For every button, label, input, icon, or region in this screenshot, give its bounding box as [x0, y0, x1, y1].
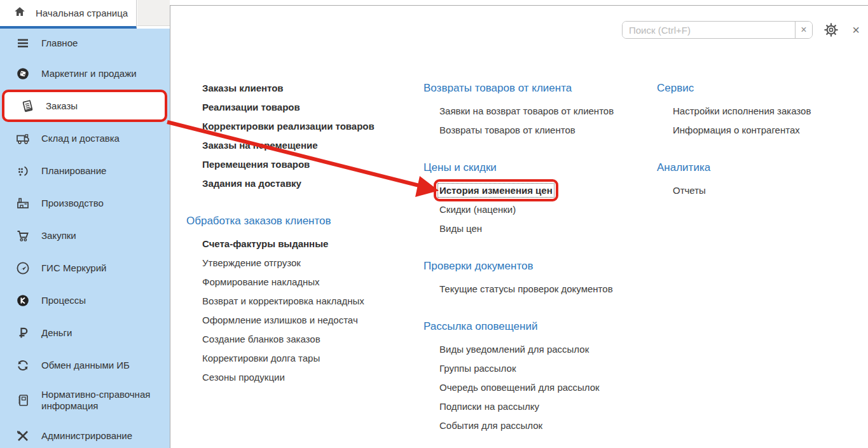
search-box: ×: [622, 21, 813, 39]
menu-item[interactable]: Возвраты товаров от клиентов: [424, 121, 646, 140]
menu-section: Проверки документовТекущие статусы прове…: [424, 257, 646, 299]
menu-item[interactable]: Возврат и корректировка накладных: [186, 292, 409, 311]
sync-icon: [15, 358, 31, 373]
sidebar-item-label: Процессы: [41, 295, 91, 306]
home-icon: [13, 5, 27, 22]
menu-item[interactable]: Информация о контрагентах: [657, 121, 860, 140]
menu-item[interactable]: Корректировки реализации товаров: [186, 117, 409, 136]
menu-icon: [15, 36, 31, 51]
menu-section: Рассылка оповещенийВиды уведомлений для …: [424, 317, 646, 435]
tools-icon: [15, 428, 31, 444]
sidebar-item-glavnoe[interactable]: Главное: [0, 29, 170, 57]
sidebar-item-label: Главное: [41, 37, 83, 49]
marketing-icon: [15, 66, 31, 81]
sidebar-item-zakazy[interactable]: Заказы: [2, 90, 167, 122]
sidebar-item-label: Маркетинг и продажи: [41, 68, 142, 79]
menu-column-2: Возвраты товаров от клиентаЗаявки на воз…: [424, 79, 646, 435]
menu-section: Обработка заказов клиентовСчета-фактуры …: [186, 212, 409, 387]
menu-section: АналитикаОтчеты: [657, 158, 860, 200]
search-clear-icon[interactable]: ×: [795, 22, 812, 38]
menu-item[interactable]: Заказы на перемещение: [186, 136, 409, 155]
sidebar-item-label: Закупки: [41, 230, 81, 241]
menu-section: Возвраты товаров от клиентаЗаявки на воз…: [424, 79, 646, 140]
menu-item[interactable]: Создание бланков заказов: [186, 330, 409, 349]
section-title[interactable]: Возвраты товаров от клиента: [424, 79, 646, 98]
menu-item[interactable]: Перемещения товаров: [186, 155, 409, 174]
close-icon[interactable]: ×: [848, 22, 864, 37]
menu-column-1: Заказы клиентовРеализации товаровКоррект…: [186, 79, 409, 387]
book-icon: [15, 393, 31, 408]
menu-item[interactable]: Подписки на рассылку: [424, 397, 646, 416]
section-title[interactable]: Аналитика: [657, 158, 860, 177]
orders-icon: [20, 98, 35, 114]
section-title[interactable]: Проверки документов: [424, 257, 646, 276]
sidebar-item-planirovanie[interactable]: Планирование: [0, 154, 170, 187]
sidebar-item-sklad[interactable]: Склад и доставка: [0, 122, 170, 154]
menu-item[interactable]: Корректировки долга тары: [186, 349, 409, 368]
menu-item[interactable]: Виды цен: [424, 219, 646, 238]
cart-icon: [15, 228, 31, 243]
sidebar-item-label: Склад и доставка: [41, 133, 125, 144]
sidebar-item-zakupki[interactable]: Закупки: [0, 219, 170, 252]
search-input[interactable]: [623, 22, 795, 38]
menu-column-3: СервисНастройки исполнения заказовИнформ…: [657, 79, 860, 200]
gear-icon[interactable]: [823, 22, 839, 38]
sidebar-item-obmen[interactable]: Обмен данными ИБ: [0, 349, 170, 381]
menu-section: Цены и скидкиИстория изменения ценСкидки…: [424, 158, 646, 238]
section-title[interactable]: Рассылка оповещений: [424, 317, 646, 336]
sidebar-item-label: Деньги: [41, 327, 77, 339]
menu-item[interactable]: Утверждение отгрузок: [186, 254, 409, 273]
menu-item[interactable]: Задания на доставку: [186, 174, 409, 193]
section-title[interactable]: Обработка заказов клиентов: [186, 212, 409, 231]
menu-section: СервисНастройки исполнения заказовИнформ…: [657, 79, 860, 140]
sidebar: ГлавноеМаркетинг и продажиЗаказыСклад и …: [0, 29, 170, 448]
mercury-icon: [15, 261, 31, 276]
menu-item[interactable]: История изменения цен: [424, 181, 646, 200]
sidebar-item-gis-mercury[interactable]: ГИС Меркурий: [0, 252, 170, 284]
sidebar-item-proizvodstvo[interactable]: Производство: [0, 187, 170, 219]
sidebar-item-label: Производство: [41, 198, 109, 209]
sidebar-item-nsi[interactable]: Нормативно-справочная информация: [0, 381, 170, 419]
menu-item[interactable]: Сезоны продукции: [186, 368, 409, 387]
ruble-icon: [15, 325, 31, 341]
sidebar-item-marketing[interactable]: Маркетинг и продажи: [0, 57, 170, 90]
sidebar-item-label: ГИС Меркурий: [41, 262, 111, 274]
menu-item[interactable]: Реализации товаров: [186, 98, 409, 117]
topbar: × ×: [622, 21, 864, 39]
menu-item[interactable]: Группы рассылок: [424, 359, 646, 378]
sidebar-item-label: Нормативно-справочная информация: [41, 389, 170, 412]
truck-icon: [15, 131, 31, 146]
planning-icon: [15, 163, 31, 179]
menu-item[interactable]: Формирование накладных: [186, 273, 409, 292]
menu-item[interactable]: Счета-фактуры выданные: [186, 234, 409, 254]
sidebar-item-label: Обмен данными ИБ: [41, 360, 135, 371]
sidebar-item-processy[interactable]: Процессы: [0, 284, 170, 316]
tab-home[interactable]: Начальная страница: [0, 0, 137, 29]
menu-item-label: История изменения цен: [439, 185, 553, 196]
menu-item[interactable]: Текущие статусы проверок документов: [424, 280, 646, 299]
menu-item[interactable]: Заявки на возврат товаров от клиентов: [424, 102, 646, 121]
menu-item[interactable]: Оформление излишков и недостач: [186, 311, 409, 330]
menu-item[interactable]: Заказы клиентов: [186, 79, 409, 98]
tab-strip-filler: [137, 0, 170, 26]
section-title[interactable]: Цены и скидки: [424, 158, 646, 177]
processes-icon: [15, 293, 31, 308]
highlighted-menu-item[interactable]: История изменения цен: [439, 181, 553, 200]
sidebar-item-label: Администрирование: [41, 430, 137, 442]
menu-item[interactable]: Очередь оповещений для рассылок: [424, 378, 646, 397]
menu-item[interactable]: Отчеты: [657, 181, 860, 200]
sidebar-item-label: Заказы: [46, 100, 83, 112]
menu-item[interactable]: Скидки (наценки): [424, 200, 646, 219]
menu-item[interactable]: Настройки исполнения заказов: [657, 102, 860, 121]
section-title[interactable]: Сервис: [657, 79, 860, 98]
tab-home-label: Начальная страница: [36, 8, 128, 18]
menu-item[interactable]: События для рассылок: [424, 416, 646, 435]
factory-icon: [15, 196, 31, 211]
menu-item[interactable]: Виды уведомлений для рассылок: [424, 340, 646, 359]
menu-section: Заказы клиентовРеализации товаровКоррект…: [186, 79, 409, 193]
sidebar-item-dengi[interactable]: Деньги: [0, 316, 170, 349]
sidebar-item-label: Планирование: [41, 165, 111, 177]
sidebar-item-administrirovanie[interactable]: Администрирование: [0, 419, 170, 448]
